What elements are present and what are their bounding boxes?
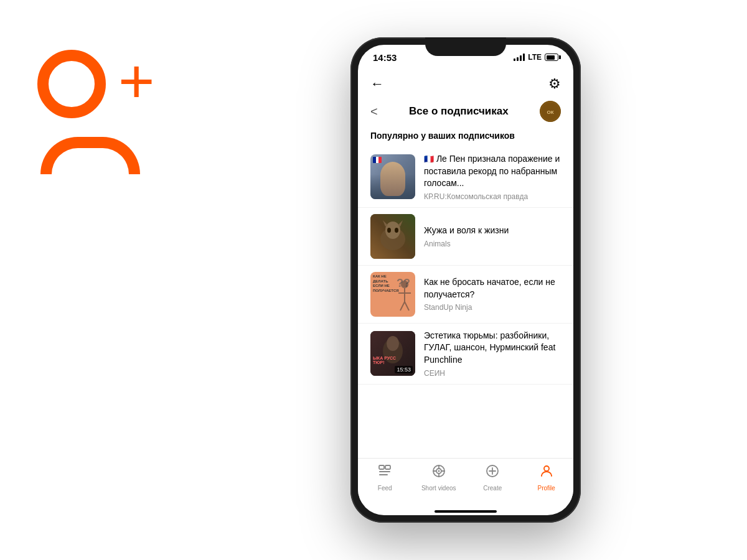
bottom-nav: Feed Short videos [358, 458, 573, 503]
svg-line-10 [400, 302, 405, 310]
signal-bars-icon [514, 54, 525, 61]
nav-item-create[interactable]: Create [466, 464, 520, 492]
avatar[interactable]: ОК [540, 101, 561, 122]
home-indicator [358, 503, 573, 515]
content-info-4: Эстетика тюрьмы: разбойники, ГУЛАГ, шанс… [424, 330, 561, 378]
phone-mockup: 14:53 LTE [350, 37, 581, 523]
create-label: Create [483, 485, 502, 492]
phone-screen: 14:53 LTE [358, 45, 573, 515]
thumbnail-4: ЫКА РУССТЮР! 15:53 [370, 331, 415, 376]
content-title-4: Эстетика тюрьмы: разбойники, ГУЛАГ, шанс… [424, 330, 561, 366]
top-nav: ← ⚙ [358, 72, 573, 97]
content-source-1: КР.RU:Комсомольская правда [424, 192, 561, 201]
feed-icon [377, 464, 392, 482]
short-videos-label: Short videos [421, 485, 456, 492]
content-title-1: 🇫🇷 Ле Пен признала поражение и поставила… [424, 153, 561, 190]
svg-point-7 [401, 281, 408, 288]
flag-icon: 🇫🇷 [424, 154, 434, 164]
list-item[interactable]: КАК НЕДЕЛАТЬЕСЛИ НЕПОЛУЧАЕТСЯ ?? [358, 266, 573, 324]
nav-item-short-videos[interactable]: Short videos [412, 464, 466, 492]
content-info-2: Жужа и воля к жизни Animals [424, 225, 561, 248]
content-title-2: Жужа и воля к жизни [424, 225, 561, 237]
lte-icon: LTE [528, 53, 542, 62]
home-bar [435, 510, 497, 513]
back-button[interactable]: ← [370, 76, 384, 92]
phone-frame: 14:53 LTE [350, 37, 581, 523]
content-list: 🇫🇷 Ле Пен признала поражение и поставила… [358, 147, 573, 458]
short-videos-icon [431, 464, 446, 482]
svg-line-11 [405, 302, 409, 310]
nav-item-feed[interactable]: Feed [358, 464, 412, 492]
page-title: Все о подписчиках [378, 105, 540, 118]
section-title: Популярно у ваших подписчиков [358, 128, 573, 147]
logo-plus: + [118, 50, 154, 112]
battery-icon [545, 54, 561, 61]
content-source-3: StandUp Ninja [424, 303, 561, 312]
thumbnail-3: КАК НЕДЕЛАТЬЕСЛИ НЕПОЛУЧАЕТСЯ ?? [370, 272, 415, 317]
content-source-2: Animals [424, 240, 561, 248]
logo-circle [37, 50, 106, 118]
list-item[interactable]: 🇫🇷 Ле Пен признала поражение и поставила… [358, 147, 573, 208]
svg-text:ОК: ОК [547, 110, 553, 115]
status-icons: LTE [514, 53, 561, 62]
svg-rect-16 [379, 465, 384, 469]
list-item[interactable]: Жужа и воля к жизни Animals [358, 208, 573, 266]
svg-point-6 [395, 228, 398, 233]
page-header: < Все о подписчиках ОК [358, 97, 573, 128]
nav-item-profile[interactable]: Profile [520, 464, 574, 492]
list-item[interactable]: ЫКА РУССТЮР! 15:53 Эстетика тюрьмы: разб… [358, 324, 573, 385]
svg-point-15 [387, 336, 399, 351]
thumbnail-1 [370, 154, 415, 199]
svg-point-30 [544, 466, 549, 471]
settings-button[interactable]: ⚙ [548, 76, 561, 92]
thumbnail-2 [370, 214, 415, 259]
phone-notch [425, 37, 506, 56]
profile-label: Profile [538, 485, 555, 492]
content-source-4: СЕИН [424, 369, 561, 378]
svg-rect-18 [379, 471, 390, 472]
svg-point-5 [387, 228, 391, 233]
create-icon [485, 464, 500, 482]
svg-rect-17 [385, 465, 390, 469]
content-info-3: Как не бросать начатое, если не получает… [424, 276, 561, 312]
brand-logo: + [37, 50, 154, 174]
page-back-button[interactable]: < [370, 105, 378, 119]
logo-person [40, 137, 140, 174]
svg-point-22 [438, 470, 439, 472]
feed-label: Feed [378, 485, 392, 492]
status-time: 14:53 [373, 52, 397, 63]
content-title-3: Как не бросать начатое, если не получает… [424, 276, 561, 301]
svg-rect-19 [379, 474, 388, 475]
profile-icon [539, 464, 554, 482]
content-info-1: 🇫🇷 Ле Пен признала поражение и поставила… [424, 153, 561, 201]
